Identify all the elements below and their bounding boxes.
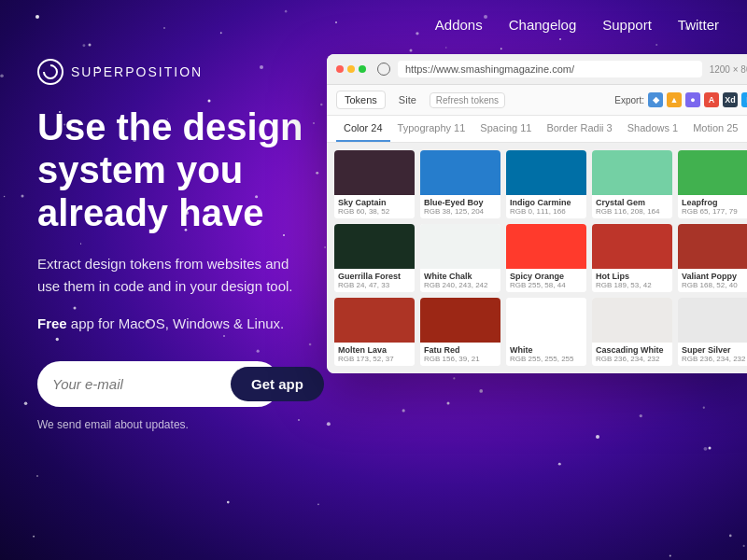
color-swatch: Blue-Eyed Boy RGB 38, 125, 204 <box>420 150 500 218</box>
color-name: White <box>510 345 583 355</box>
color-block <box>506 150 586 195</box>
export-icon-3[interactable]: ● <box>685 92 700 107</box>
color-info: Spicy Orange RGB 255, 58, 44 <box>506 269 586 292</box>
color-name: Super Silver <box>682 345 747 355</box>
cat-tab-color[interactable]: Color 24 <box>336 116 390 142</box>
color-info: White Chalk RGB 240, 243, 242 <box>420 269 500 292</box>
color-block <box>678 298 747 343</box>
export-icon-5[interactable]: Xd <box>723 92 738 107</box>
color-name: Indigo Carmine <box>510 198 583 207</box>
nav-twitter[interactable]: Twitter <box>678 17 719 33</box>
color-swatch: White RGB 255, 255, 255 <box>506 298 586 366</box>
left-panel: SUPERPOSITION Use the design system you … <box>37 49 308 431</box>
color-name: Valiant Poppy <box>682 272 747 281</box>
export-icon-1[interactable]: ◆ <box>648 92 663 107</box>
color-rgb: RGB 24, 47, 33 <box>338 281 411 289</box>
color-info: Cascading White RGB 236, 234, 232 <box>592 343 672 366</box>
hero-free-line: Free app for MacOS, Windows & Linux. <box>37 313 308 335</box>
color-swatch: Leapfrog RGB 65, 177, 79 <box>678 150 747 218</box>
color-info: Super Silver RGB 236, 234, 232 <box>678 343 747 366</box>
color-block <box>506 298 586 343</box>
color-rgb: RGB 236, 234, 232 <box>682 355 747 363</box>
color-rgb: RGB 168, 52, 40 <box>682 281 747 289</box>
color-swatch: Sky Captain RGB 60, 38, 52 <box>334 150 415 218</box>
color-info: Hot Lips RGB 189, 53, 42 <box>592 269 672 292</box>
color-rgb: RGB 116, 208, 164 <box>596 207 669 216</box>
token-tab-site[interactable]: Site <box>391 91 424 108</box>
export-area: Export: ◆ ▲ ● A Xd F <box>614 92 747 107</box>
refresh-tokens-button[interactable]: Refresh tokens <box>430 92 505 108</box>
color-name: Sky Captain <box>338 198 411 207</box>
color-name: Fatu Red <box>424 345 497 355</box>
get-app-button[interactable]: Get app <box>231 367 324 401</box>
free-strong: Free <box>37 315 67 331</box>
nav-support[interactable]: Support <box>602 17 652 33</box>
color-block <box>592 298 672 343</box>
color-block <box>334 224 415 269</box>
cat-tab-border-radii[interactable]: Border Radii 3 <box>539 116 619 142</box>
color-swatch: Super Silver RGB 236, 234, 232 <box>678 298 747 366</box>
export-icon-2[interactable]: ▲ <box>667 92 682 107</box>
color-block <box>420 224 500 269</box>
color-info: Guerrilla Forest RGB 24, 47, 33 <box>334 269 415 292</box>
color-info: Crystal Gem RGB 116, 208, 164 <box>592 195 672 218</box>
color-block <box>420 298 500 343</box>
color-block <box>334 150 415 195</box>
browser-dots <box>336 65 366 73</box>
color-name: Molten Lava <box>338 345 411 355</box>
token-tab-tokens[interactable]: Tokens <box>336 91 386 109</box>
browser-url-bar[interactable]: https://www.smashingmagazine.com/ <box>398 61 702 77</box>
app-screenshot: https://www.smashingmagazine.com/ 1200 ×… <box>327 49 747 431</box>
color-info: Indigo Carmine RGB 0, 111, 166 <box>506 195 586 218</box>
main-content: SUPERPOSITION Use the design system you … <box>0 49 747 431</box>
color-info: Molten Lava RGB 173, 52, 37 <box>334 343 415 366</box>
logo-name: SUPER <box>71 64 125 79</box>
cta-note: We send email about updates. <box>37 418 308 431</box>
color-rgb: RGB 189, 53, 42 <box>596 281 669 289</box>
color-rgb: RGB 255, 255, 255 <box>510 355 583 363</box>
nav-changelog[interactable]: Changelog <box>509 17 577 33</box>
email-input[interactable] <box>52 376 231 392</box>
color-rgb: RGB 38, 125, 204 <box>424 207 497 216</box>
color-block <box>334 298 415 343</box>
color-name: Blue-Eyed Boy <box>424 198 497 207</box>
logo: SUPERPOSITION <box>37 59 308 85</box>
color-swatch: Crystal Gem RGB 116, 208, 164 <box>592 150 672 218</box>
export-icon-6[interactable]: F <box>741 92 747 107</box>
color-info: Fatu Red RGB 156, 39, 21 <box>420 343 500 366</box>
logo-suffix: POSITION <box>125 64 203 79</box>
color-name: Cascading White <box>596 345 669 355</box>
color-name: Spicy Orange <box>510 272 583 281</box>
dot-close <box>336 65 344 73</box>
color-info: Leapfrog RGB 65, 177, 79 <box>678 195 747 218</box>
export-label: Export: <box>614 95 644 105</box>
color-swatch: White Chalk RGB 240, 243, 242 <box>420 224 500 292</box>
color-name: Leapfrog <box>682 198 747 207</box>
color-swatch: Molten Lava RGB 173, 52, 37 <box>334 298 415 366</box>
color-swatch: Fatu Red RGB 156, 39, 21 <box>420 298 500 366</box>
token-nav: Tokens Site Refresh tokens Export: ◆ ▲ ●… <box>327 85 747 116</box>
color-name: White Chalk <box>424 272 497 281</box>
color-rgb: RGB 236, 234, 232 <box>596 355 669 363</box>
logo-icon <box>37 59 63 85</box>
color-rgb: RGB 173, 52, 37 <box>338 355 411 363</box>
nav-addons[interactable]: Addons <box>435 17 483 33</box>
cat-tab-motion[interactable]: Motion 25 <box>685 116 745 142</box>
color-block <box>678 150 747 195</box>
logo-text: SUPERPOSITION <box>71 64 203 79</box>
color-grid: Sky Captain RGB 60, 38, 52 Blue-Eyed Boy… <box>327 143 747 373</box>
cat-tab-spacing[interactable]: Spacing 11 <box>472 116 539 142</box>
cat-tab-shadows[interactable]: Shadows 1 <box>620 116 685 142</box>
color-info: White RGB 255, 255, 255 <box>506 343 586 366</box>
color-swatch: Valiant Poppy RGB 168, 52, 40 <box>678 224 747 292</box>
color-info: Blue-Eyed Boy RGB 38, 125, 204 <box>420 195 500 218</box>
color-block <box>678 224 747 269</box>
color-swatch: Cascading White RGB 236, 234, 232 <box>592 298 672 366</box>
free-text: app for MacOS, Windows & Linux. <box>71 315 284 331</box>
color-block <box>592 224 672 269</box>
color-swatch: Hot Lips RGB 189, 53, 42 <box>592 224 672 292</box>
export-icon-4[interactable]: A <box>704 92 719 107</box>
category-tabs: Color 24Typography 11Spacing 11Border Ra… <box>327 116 747 143</box>
cta-form: Get app <box>37 361 280 407</box>
cat-tab-typography[interactable]: Typography 11 <box>390 116 473 142</box>
